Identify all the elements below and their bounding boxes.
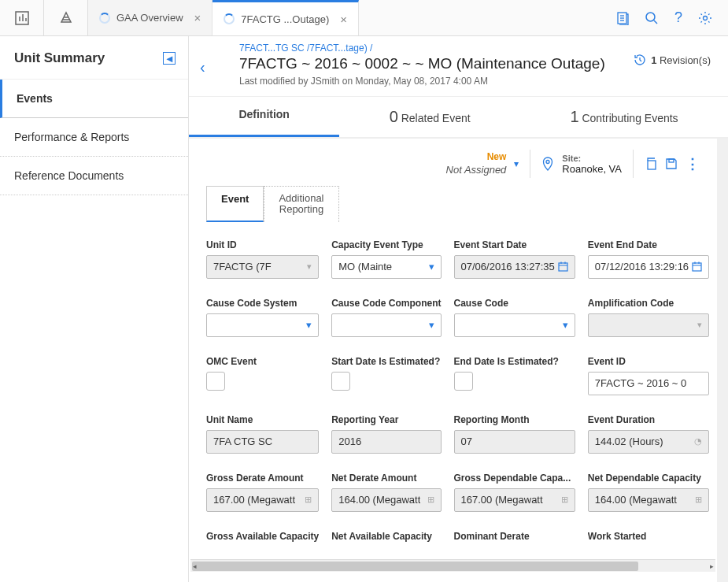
gauge-icon: ◔ [694, 436, 702, 447]
gross-derate-input: 167.00 (Megawatt⊞ [206, 488, 319, 512]
contrib-count: 1 [570, 108, 578, 125]
tab-gaa-overview[interactable]: GAA Overview × [88, 0, 212, 35]
copy-icon[interactable] [645, 158, 657, 170]
subtab-additional-reporting[interactable]: Additional Reporting [264, 186, 338, 222]
cause-code-system-label: Cause Code System [206, 298, 319, 309]
revisions-link[interactable]: 1 Revision(s) [634, 54, 711, 66]
sidebar-item-performance[interactable]: Performance & Reports [0, 118, 188, 157]
svg-rect-20 [693, 263, 701, 271]
svg-line-11 [654, 20, 657, 24]
chevron-down-icon: ▾ [429, 319, 434, 331]
svg-point-12 [704, 16, 708, 20]
start-est-checkbox[interactable] [331, 372, 350, 391]
cause-code-label: Cause Code [454, 298, 575, 309]
spinner-icon [99, 13, 110, 24]
tab-outage[interactable]: 7FACTG ...Outage) × [212, 0, 359, 35]
chevron-down-icon: ▾ [307, 261, 312, 272]
end-est-checkbox[interactable] [454, 372, 473, 391]
sidebar-title: Unit Summary [14, 50, 105, 66]
horizontal-scrollbar[interactable]: ◂▸ [190, 559, 715, 572]
chevron-down-icon: ▾ [306, 319, 312, 331]
unit-icon: ⊞ [427, 495, 434, 505]
sidebar-item-label: Reference Documents [14, 169, 124, 182]
capacity-event-type-label: Capacity Event Type [331, 239, 441, 250]
event-start-label: Event Start Date [454, 239, 575, 250]
unit-id-value: 7FACTG (7F [213, 261, 272, 272]
reporting-year-label: Reporting Year [331, 414, 441, 425]
unit-icon: ⊞ [695, 495, 702, 505]
cause-code-select[interactable]: ▾ [454, 313, 575, 337]
save-icon[interactable] [665, 158, 678, 170]
back-arrow-icon[interactable]: ‹ [200, 58, 205, 76]
sidebar: Unit Summary ◂ Events Performance & Repo… [0, 36, 189, 582]
dashboard-icon-button[interactable] [0, 0, 44, 35]
subtab-line1: Additional [279, 193, 323, 204]
unit-icon: ⊞ [305, 495, 312, 505]
cause-code-component-label: Cause Code Component [331, 298, 441, 309]
help-icon[interactable]: ? [674, 9, 682, 26]
tab-contributing-events[interactable]: 1 Contributing Events [520, 97, 728, 137]
hierarchy-icon-button[interactable] [44, 0, 88, 35]
search-icon[interactable] [645, 11, 659, 25]
event-id-input[interactable]: 7FACTG ~ 2016 ~ 0 [588, 372, 709, 395]
close-icon[interactable]: × [340, 13, 347, 26]
unit-id-select[interactable]: 7FACTG (7F▾ [206, 255, 319, 279]
svg-rect-14 [648, 161, 656, 169]
clipboard-icon[interactable] [616, 11, 629, 25]
event-duration-input: 144.02 (Hours)◔ [588, 430, 709, 454]
site-value: Roanoke, VA [562, 163, 622, 175]
tab-related-event[interactable]: 0 Related Event [339, 97, 520, 137]
amplification-code-select[interactable]: ▾ [588, 313, 709, 337]
sidebar-item-events[interactable]: Events [0, 80, 188, 118]
sidebar-item-reference-docs[interactable]: Reference Documents [0, 157, 188, 195]
revisions-count: 1 [651, 54, 656, 66]
net-derate-label: Net Derate Amount [331, 473, 441, 484]
cause-code-component-select[interactable]: ▾ [331, 313, 441, 337]
related-count: 0 [390, 108, 398, 125]
svg-point-13 [546, 161, 549, 164]
net-dep-cap-input: 164.00 (Megawatt⊞ [588, 488, 709, 512]
close-icon[interactable]: × [194, 11, 201, 24]
assignment-status: Not Assigned [446, 164, 507, 176]
event-end-input[interactable]: 07/12/2016 13:29:16 [588, 255, 709, 279]
chevron-down-icon[interactable]: ▾ [514, 158, 519, 169]
net-dep-cap-label: Net Dependable Capacity [588, 473, 709, 484]
hierarchy-icon [59, 11, 73, 25]
unit-icon: ⊞ [561, 495, 568, 505]
omc-event-checkbox[interactable] [206, 372, 225, 391]
location-pin-icon [541, 157, 554, 171]
reporting-month-input: 07 [454, 430, 575, 454]
subtab-event[interactable]: Event [206, 186, 264, 222]
gross-dep-cap-label: Gross Dependable Capa... [454, 473, 575, 484]
event-start-input[interactable]: 07/06/2016 13:27:35 [454, 255, 575, 279]
tab-definition[interactable]: Definition [189, 97, 339, 137]
reporting-month-label: Reporting Month [454, 414, 575, 425]
vertical-scrollbar[interactable] [717, 139, 728, 582]
gross-dep-cap-input: 167.00 (Megawatt⊞ [454, 488, 575, 512]
capacity-event-type-select[interactable]: MO (Mainte▾ [331, 255, 441, 279]
net-dep-cap-value: 164.00 (Megawatt [595, 494, 677, 506]
net-derate-value: 164.00 (Megawatt [338, 494, 420, 506]
tab-label: 7FACTG ...Outage) [241, 13, 329, 25]
calendar-icon[interactable] [558, 261, 568, 272]
collapse-sidebar-icon[interactable]: ◂ [163, 52, 176, 65]
chevron-down-icon: ▾ [429, 261, 434, 272]
cause-code-system-select[interactable]: ▾ [206, 313, 319, 337]
kebab-menu-icon[interactable]: ⋮ [686, 155, 700, 172]
chevron-down-icon: ▾ [563, 319, 568, 331]
gross-derate-value: 167.00 (Megawatt [213, 494, 295, 506]
unit-name-input: 7FA CTG SC [206, 430, 319, 454]
history-icon [634, 54, 646, 66]
breadcrumb[interactable]: 7FACT...TG SC /7FACT...tage) / [208, 43, 709, 54]
tab-label: GAA Overview [116, 12, 183, 24]
last-modified-text: Last modified by JSmith on Monday, May 0… [208, 76, 709, 87]
event-duration-label: Event Duration [588, 414, 709, 425]
calendar-icon[interactable] [692, 261, 702, 272]
amplification-code-label: Amplification Code [588, 298, 709, 309]
work-started-label: Work Started [588, 531, 709, 542]
unit-name-value: 7FA CTG SC [213, 436, 272, 447]
event-id-value: 7FACTG ~ 2016 ~ 0 [595, 377, 686, 389]
unit-name-label: Unit Name [206, 414, 319, 425]
settings-gear-icon[interactable] [698, 11, 712, 25]
event-end-value: 07/12/2016 13:29:16 [595, 261, 689, 272]
